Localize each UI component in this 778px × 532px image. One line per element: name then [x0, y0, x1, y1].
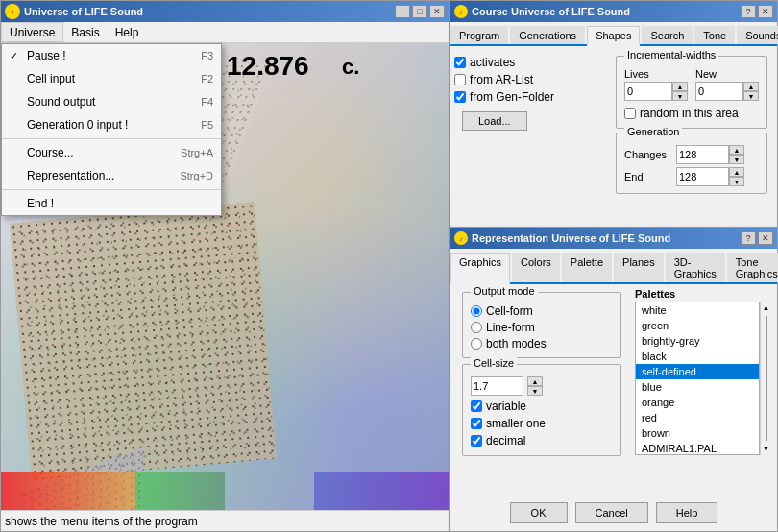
palette-green[interactable]: green: [636, 318, 759, 333]
tab-shapes[interactable]: Shapes: [587, 26, 640, 46]
tab-3d-graphics[interactable]: 3D-Graphics: [666, 253, 725, 282]
inc-row: Lives 0 ▲ ▼ New 0: [624, 68, 759, 101]
tab-planes[interactable]: Planes: [614, 253, 664, 282]
cancel-button[interactable]: Cancel: [575, 502, 648, 523]
palette-brightly-gray[interactable]: brightly-gray: [636, 333, 759, 349]
cell-size-up[interactable]: ▲: [527, 376, 543, 386]
random-checkbox[interactable]: [624, 108, 636, 119]
texture-main: [10, 202, 277, 479]
palette-red[interactable]: red: [636, 410, 759, 425]
lives-group: Lives 0 ▲ ▼: [624, 68, 688, 101]
incremental-widths-label: Incremental-widths: [624, 49, 718, 60]
changes-up[interactable]: ▲: [729, 145, 744, 155]
menu-basis[interactable]: Basis: [63, 22, 107, 42]
tab-program[interactable]: Program: [450, 26, 508, 44]
scroll-down-arrow[interactable]: ▼: [761, 443, 772, 455]
shapes-left: activates from AR-List from Gen-Folder L…: [454, 52, 606, 198]
main-title-bar: ♪ Universe of LIFE Sound ─ □ ✕: [1, 1, 449, 22]
gen-folder-checkbox[interactable]: [454, 91, 466, 103]
both-modes-radio[interactable]: [471, 338, 482, 350]
palette-self-defined[interactable]: self-defined: [636, 364, 759, 379]
line-form-row: Line-form: [471, 321, 613, 334]
gen-folder-row: from Gen-Folder: [454, 90, 606, 104]
end-spin: 128 ▲ ▼: [676, 167, 744, 186]
course-window: ♪ Course Universe of LIFE Sound ? ✕ Prog…: [450, 0, 778, 230]
pause-check: ✓: [10, 50, 27, 62]
palette-brown[interactable]: brown: [636, 425, 759, 441]
gen-shortcut: F5: [201, 119, 213, 131]
menu-course[interactable]: Course... Strg+A: [2, 141, 221, 164]
cell-shortcut: F2: [201, 73, 213, 85]
ar-list-checkbox[interactable]: [454, 74, 466, 85]
generation-label: Generation: [624, 126, 682, 137]
menu-help[interactable]: Help: [108, 22, 147, 42]
close-button[interactable]: ✕: [429, 5, 445, 18]
lives-spin: 0 ▲ ▼: [624, 82, 688, 101]
rep-close-btn[interactable]: ✕: [758, 231, 773, 245]
tab-search[interactable]: Search: [642, 26, 693, 44]
color-bars: [1, 472, 449, 510]
course-label: Course...: [27, 146, 181, 159]
palette-list[interactable]: white green brightly-gray black self-def…: [635, 302, 760, 455]
palette-orange[interactable]: orange: [636, 395, 759, 410]
end-label: End: [624, 171, 672, 182]
end-spin-btns: ▲ ▼: [729, 167, 744, 186]
line-form-label: Line-form: [486, 321, 535, 334]
scroll-thumb[interactable]: [766, 316, 767, 441]
sound-label: Sound output: [27, 95, 201, 109]
ok-button[interactable]: OK: [510, 502, 568, 523]
menu-cell-input[interactable]: Cell input F2: [2, 67, 221, 90]
random-label: random in this area: [640, 107, 739, 120]
main-unit: c.: [342, 55, 359, 80]
generation-group: Generation Changes 128 ▲ ▼ End 128: [616, 133, 767, 194]
minimize-button[interactable]: ─: [395, 5, 410, 18]
menu-representation[interactable]: Representation... Strg+D: [2, 164, 221, 187]
activates-checkbox[interactable]: [454, 57, 466, 68]
palette-blue[interactable]: blue: [636, 379, 759, 395]
cell-size-down[interactable]: ▼: [527, 386, 543, 396]
cell-size-group: Cell-size 1.7 ▲ ▼ variable smaller one: [462, 364, 621, 456]
tab-tone-graphics[interactable]: Tone Graphics: [727, 253, 778, 282]
end-down[interactable]: ▼: [729, 177, 744, 186]
tab-generations[interactable]: Generations: [510, 26, 585, 44]
tab-graphics[interactable]: Graphics: [450, 253, 510, 284]
course-help-btn[interactable]: ?: [741, 5, 756, 18]
line-form-radio[interactable]: [471, 322, 482, 333]
palette-scrollbar[interactable]: ▲ ▼: [760, 302, 771, 455]
menu-bar: Universe Basis Help: [1, 22, 449, 43]
incremental-widths-group: Incremental-widths Lives 0 ▲ ▼ N: [616, 56, 767, 129]
menu-sound-output[interactable]: Sound output F4: [2, 90, 221, 113]
rep-window-icon: ♪: [454, 231, 468, 245]
ar-list-label: from AR-List: [470, 73, 533, 86]
status-bar: shows the menu items of the program: [1, 510, 449, 531]
tab-colors[interactable]: Colors: [512, 253, 560, 282]
smaller-one-checkbox[interactable]: [471, 418, 482, 429]
palette-white[interactable]: white: [636, 302, 759, 318]
menu-end[interactable]: End !: [2, 192, 221, 215]
new-down[interactable]: ▼: [743, 91, 759, 101]
load-button[interactable]: Load...: [462, 111, 527, 131]
end-up[interactable]: ▲: [729, 167, 744, 177]
cell-form-radio[interactable]: [471, 305, 482, 317]
changes-row: Changes 128 ▲ ▼: [624, 145, 759, 164]
course-close-btn[interactable]: ✕: [758, 5, 773, 18]
lives-down[interactable]: ▼: [672, 91, 688, 101]
changes-down[interactable]: ▼: [729, 155, 744, 164]
lives-up[interactable]: ▲: [672, 82, 688, 91]
tab-palette[interactable]: Palette: [562, 253, 612, 282]
variable-checkbox[interactable]: [471, 400, 482, 412]
palette-black[interactable]: black: [636, 349, 759, 364]
help-button[interactable]: Help: [656, 502, 718, 523]
decimal-checkbox[interactable]: [471, 435, 482, 447]
tab-tone[interactable]: Tone: [694, 26, 735, 44]
new-up[interactable]: ▲: [743, 82, 759, 91]
palette-admiral1[interactable]: ADMIRAL1.PAL: [636, 441, 759, 455]
scroll-up-arrow[interactable]: ▲: [761, 302, 772, 314]
menu-pause[interactable]: ✓ Pause ! F3: [2, 44, 221, 67]
tab-sounds[interactable]: Sounds: [737, 26, 778, 44]
rep-help-btn[interactable]: ?: [741, 231, 756, 245]
maximize-button[interactable]: □: [412, 5, 427, 18]
menu-gen-input[interactable]: Generation 0 input ! F5: [2, 113, 221, 136]
menu-universe[interactable]: Universe: [1, 22, 63, 42]
cell-form-label: Cell-form: [486, 304, 533, 318]
